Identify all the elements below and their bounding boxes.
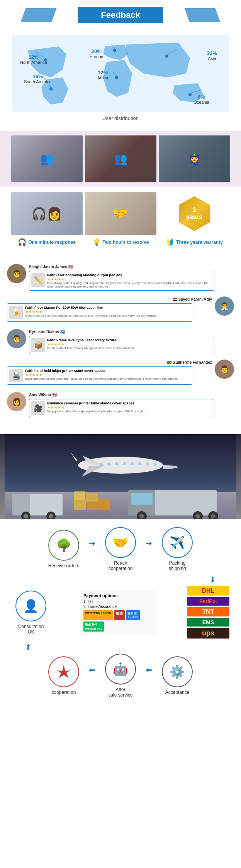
label-oceania: 8% Oceania xyxy=(193,94,209,104)
avatar-2: 👨‍💼 xyxy=(215,296,234,316)
payment-box: Payment options 1. T/T 2. Trade Assuranc… xyxy=(80,590,157,635)
svg-point-27 xyxy=(24,514,28,519)
world-map-section: 12% North America 16% South America 20% … xyxy=(0,27,241,131)
avatar-5: 👩 xyxy=(7,392,26,411)
ribbon-left xyxy=(20,8,56,22)
service-labels-row: 🎧 One minute response 💡 Two hours to res… xyxy=(4,238,237,252)
cooperation-label: cooperation xyxy=(52,690,76,695)
arrow-right-2: ➔ xyxy=(146,539,152,548)
receive-orders-label: Receive orders xyxy=(48,563,80,568)
review-text-5: Very good quality, fast shipping and ver… xyxy=(47,409,212,413)
review-title-1: Faith laser engraving Marking output pen… xyxy=(47,273,212,277)
acceptance-icon: ⚙️ xyxy=(162,656,193,687)
review-card-5: 🎥 Guidance cameras printer table stands … xyxy=(29,399,214,417)
arrow-left-1: ⬅ xyxy=(89,665,95,675)
review-text-3: Great product fast delivery and good aft… xyxy=(47,346,212,350)
process-consultation: 👤 ConsultationUS xyxy=(12,591,50,635)
alipay-logo: 支付宝 ALIPAY xyxy=(126,610,140,620)
packing-shipping-icon: ✈️ xyxy=(162,527,193,558)
reviewer-name-3: Kyriakos Diakos 🇬🇷 xyxy=(29,330,65,334)
product-thumb-1: ✏️ xyxy=(31,273,45,287)
review-item-4: 👨 🇧🇷 Guilherme Fernandez 🖨️ Faith hand-h… xyxy=(4,360,237,390)
stars-2: ★★★★★ xyxy=(25,310,190,314)
product-thumb-4: 🖨️ xyxy=(9,369,23,382)
reach-cooperation-icon: 🤝 xyxy=(105,527,136,558)
svg-point-42 xyxy=(211,514,216,519)
svg-point-22 xyxy=(107,462,110,466)
svg-point-2 xyxy=(49,87,53,91)
review-item-1: 👨 Sleight Jason James 🇺🇸 ✏️ Faith laser … xyxy=(4,264,237,295)
product-thumb-3: 📦 xyxy=(31,338,45,352)
ribbon-right xyxy=(184,8,220,22)
process-cooperation: cooperation xyxy=(41,656,87,695)
svg-point-21 xyxy=(115,462,118,465)
shipping-illustration xyxy=(5,434,236,519)
svg-point-29 xyxy=(49,514,53,519)
service-icons-row: 🎧👩 🤝 3 years xyxy=(4,192,237,235)
western-union-logo: WESTERN UNION xyxy=(83,610,113,620)
photo-1: 👥 xyxy=(11,135,83,182)
photo-2: 👥 xyxy=(85,135,156,182)
reviews-section: 👨 Sleight Jason James 🇺🇸 ✏️ Faith laser … xyxy=(0,256,241,430)
svg-point-23 xyxy=(100,463,103,466)
svg-point-20 xyxy=(123,462,126,465)
warranty-icon: 🔰 xyxy=(166,238,174,247)
review-text-1: Everything perfect quality and very help… xyxy=(47,281,212,288)
review-card-3: 📦 Faith Frame level type Laser rotary fi… xyxy=(29,336,214,354)
avatar-3: 👨 xyxy=(7,329,26,348)
svg-point-18 xyxy=(138,462,141,465)
fedex-logo: FedEx. xyxy=(187,597,229,606)
review-title-4: Faith hand-held inkjet printer stand cov… xyxy=(25,369,190,373)
acceptance-label: Acceptance xyxy=(165,690,190,695)
page-title: Feedback xyxy=(78,7,163,23)
consultation-label: ConsultationUS xyxy=(18,624,44,635)
label-asia: 32% Asia xyxy=(207,50,217,61)
process-row-1: 🌳 Receive orders ➔ 🤝 Reachcooperation ➔ … xyxy=(4,527,237,571)
reviewer-name-5: Amy Wilson 🇺🇸 xyxy=(29,393,57,397)
stars-3: ★★★★★ xyxy=(47,342,212,346)
service-label-1: 🎧 One minute response xyxy=(11,238,83,247)
eagle-svg xyxy=(55,663,73,681)
review-title-3: Faith Frame level type Laser rotary fixt… xyxy=(47,338,212,342)
product-thumb-2: 🍺 xyxy=(9,306,23,319)
arrow-down-right: ⬇ xyxy=(4,575,237,584)
process-section: 🌳 Receive orders ➔ 🤝 Reachcooperation ➔ … xyxy=(0,519,241,709)
receive-orders-icon: 🌳 xyxy=(48,530,79,561)
label-south-america: 16% South America xyxy=(24,74,52,84)
svg-point-5 xyxy=(165,55,168,58)
process-packing-shipping: ✈️ Packingshipping xyxy=(154,527,200,571)
service-shield: 3 years xyxy=(159,192,230,235)
ems-logo: EMS xyxy=(187,618,229,627)
shipping-photo xyxy=(0,434,241,519)
service-label-2: 💡 Two hours to resolve xyxy=(85,238,156,247)
svg-rect-43 xyxy=(131,493,153,505)
reach-cooperation-label: Reachcooperation xyxy=(109,560,133,571)
ups-logo: ups xyxy=(187,628,229,639)
avatar-4: 👨 xyxy=(215,360,234,379)
photo-3: 👮 xyxy=(159,135,230,182)
review-item-3: 👨 Kyriakos Diakos 🇬🇷 📦 Faith Frame level… xyxy=(4,329,237,358)
arrow-left-2: ⬅ xyxy=(146,665,152,675)
world-map-container: 12% North America 16% South America 20% … xyxy=(12,35,229,112)
review-item-5: 👩 Amy Wilson 🇺🇸 🎥 Guidance cameras print… xyxy=(4,392,237,421)
aftersale-label: Aftersale service xyxy=(108,687,132,698)
reviewer-name-2: 🇪🇬 Sayed Karam Adly xyxy=(173,297,212,301)
svg-rect-34 xyxy=(99,499,110,510)
svg-point-17 xyxy=(146,462,149,466)
arrow-up-left: ⬆ xyxy=(4,642,237,652)
stars-4: ★★★★★ xyxy=(25,373,190,377)
reviewer-name-4: 🇧🇷 Guilherme Fernandez xyxy=(167,360,212,365)
label-north-america: 12% North America xyxy=(20,54,47,65)
shipping-logos-col: DHL FedEx. TNT EMS ups xyxy=(187,586,229,639)
review-item-2: 👨‍💼 🇪🇬 Sayed Karam Adly 🍺 Faith Floor Ma… xyxy=(4,296,237,327)
middle-row: 👤 ConsultationUS Payment options 1. T/T … xyxy=(4,586,237,639)
svg-point-16 xyxy=(154,463,157,466)
tnt-logo: TNT xyxy=(187,607,229,616)
arrow-right-1: ➔ xyxy=(89,539,95,548)
wechatpay-logo: 微信支付 Wechat Pay xyxy=(83,621,104,632)
service-img-1: 🎧👩 xyxy=(11,192,83,235)
payment-option-1: 1. T/T xyxy=(83,599,154,604)
review-text-2: Good product and good quality and the su… xyxy=(25,314,190,317)
review-card-4: 🖨️ Faith hand-held inkjet printer stand … xyxy=(7,366,192,385)
aftersale-icon: 🤖 xyxy=(105,654,136,685)
